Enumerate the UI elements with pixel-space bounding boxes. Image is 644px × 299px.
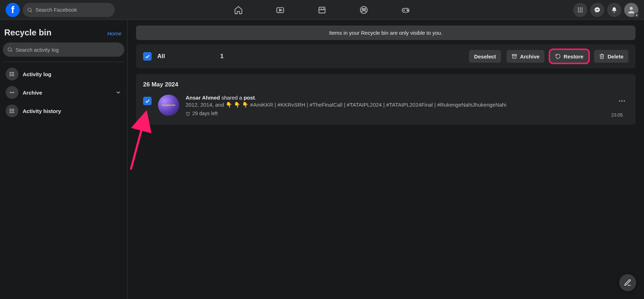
svg-point-33 bbox=[10, 109, 11, 110]
restore-icon bbox=[555, 53, 561, 59]
entry-timestamp: 23:05 bbox=[611, 112, 623, 118]
svg-point-43 bbox=[624, 100, 625, 102]
entry-more-button[interactable] bbox=[616, 95, 628, 107]
entry-time-left: 29 days left bbox=[186, 111, 609, 116]
svg-point-13 bbox=[580, 7, 581, 9]
entry-checkbox[interactable] bbox=[143, 97, 152, 105]
sidebar: Recycle bin Home Activity log Archive bbox=[0, 20, 128, 299]
avatar-icon bbox=[627, 5, 636, 15]
svg-point-4 bbox=[360, 6, 367, 13]
gaming-icon bbox=[401, 5, 410, 15]
topbar-right: ▾ bbox=[573, 3, 638, 17]
button-label: Restore bbox=[564, 53, 583, 60]
svg-point-32 bbox=[13, 92, 14, 93]
svg-point-11 bbox=[407, 10, 408, 11]
svg-point-14 bbox=[582, 7, 583, 9]
list-icon bbox=[6, 105, 18, 117]
select-all-label: All bbox=[157, 53, 165, 60]
dots-icon bbox=[6, 86, 18, 99]
entry-actor: Ansar Ahmed bbox=[186, 95, 220, 101]
svg-point-37 bbox=[10, 112, 11, 113]
divider bbox=[3, 62, 124, 62]
trash-icon bbox=[186, 111, 190, 116]
svg-point-17 bbox=[582, 9, 583, 10]
home-icon bbox=[234, 5, 243, 15]
search-icon bbox=[7, 47, 13, 52]
sidebar-search-input[interactable] bbox=[16, 47, 120, 53]
svg-point-12 bbox=[578, 7, 579, 9]
svg-point-28 bbox=[10, 75, 11, 76]
sidebar-item-archive[interactable]: Archive bbox=[3, 83, 124, 102]
svg-rect-39 bbox=[512, 55, 516, 56]
search-icon bbox=[27, 7, 33, 13]
notifications-button[interactable] bbox=[607, 3, 621, 17]
list-icon bbox=[6, 68, 18, 80]
entry-headline: Ansar Ahmed shared a post. bbox=[186, 95, 609, 101]
compose-fab[interactable] bbox=[619, 274, 636, 291]
delete-button[interactable]: Delete bbox=[594, 50, 628, 63]
restore-button[interactable]: Restore bbox=[550, 50, 588, 63]
global-search[interactable] bbox=[23, 3, 115, 17]
svg-point-20 bbox=[582, 11, 583, 12]
button-label: Deselect bbox=[474, 53, 496, 60]
home-link[interactable]: Home bbox=[107, 30, 122, 36]
svg-point-5 bbox=[362, 9, 363, 10]
page-title: Recycle bin bbox=[4, 28, 51, 38]
bell-icon bbox=[611, 7, 617, 13]
svg-point-35 bbox=[10, 111, 11, 111]
sidebar-search[interactable] bbox=[3, 43, 124, 57]
button-label: Delete bbox=[608, 53, 623, 60]
svg-point-42 bbox=[621, 100, 623, 102]
chevron-down-icon: ▾ bbox=[634, 13, 639, 18]
info-banner: Items in your Recycle bin are only visib… bbox=[136, 26, 635, 40]
svg-point-6 bbox=[364, 9, 366, 10]
svg-point-30 bbox=[10, 92, 11, 93]
svg-line-1 bbox=[31, 11, 32, 12]
nav-video[interactable] bbox=[261, 1, 300, 19]
archive-icon bbox=[512, 53, 517, 59]
chevron-down-icon bbox=[115, 89, 122, 96]
entry-object: post bbox=[244, 95, 255, 101]
center-nav bbox=[219, 0, 425, 20]
messenger-button[interactable] bbox=[590, 3, 604, 17]
deselect-button[interactable]: Deselect bbox=[469, 50, 501, 63]
selected-count: 1 bbox=[220, 53, 224, 60]
svg-point-19 bbox=[580, 11, 581, 12]
archive-button[interactable]: Archive bbox=[507, 50, 544, 63]
sidebar-item-label: Activity log bbox=[23, 71, 51, 77]
recycle-entry: Ansar Ahmed shared a post. 2012, 2014, a… bbox=[143, 95, 628, 116]
action-bar: All 1 Deselect Archive Restore bbox=[136, 44, 635, 68]
svg-point-22 bbox=[8, 48, 11, 51]
nav-home[interactable] bbox=[219, 1, 258, 19]
nav-groups[interactable] bbox=[344, 1, 383, 19]
sidebar-item-label: Archive bbox=[23, 90, 42, 96]
svg-point-15 bbox=[578, 9, 579, 10]
date-header: 26 May 2024 bbox=[143, 81, 628, 88]
svg-point-24 bbox=[10, 72, 11, 73]
compose-icon bbox=[624, 279, 632, 287]
entries-card: 26 May 2024 Ansar Ahmed shared a post. 2… bbox=[136, 74, 635, 125]
entry-avatar[interactable] bbox=[158, 95, 179, 116]
svg-point-31 bbox=[12, 92, 13, 93]
svg-point-0 bbox=[28, 8, 31, 11]
nav-gaming[interactable] bbox=[386, 1, 425, 19]
sidebar-item-activity-history[interactable]: Activity history bbox=[3, 102, 124, 120]
entry-description: 2012, 2014, and 👇 👇 👇 #AmiKKR | #KKRvSRH… bbox=[186, 101, 609, 108]
grid-icon bbox=[577, 7, 583, 13]
dots-icon bbox=[618, 97, 626, 105]
messenger-icon bbox=[594, 7, 600, 13]
svg-point-26 bbox=[10, 74, 11, 74]
main-content: Items in your Recycle bin are only visib… bbox=[128, 20, 644, 299]
menu-button[interactable] bbox=[573, 3, 587, 17]
global-search-input[interactable] bbox=[35, 7, 111, 13]
top-bar: f bbox=[0, 0, 644, 20]
sidebar-item-activity-log[interactable]: Activity log bbox=[3, 65, 124, 83]
select-all-checkbox[interactable] bbox=[143, 52, 152, 61]
nav-marketplace[interactable] bbox=[303, 1, 341, 19]
svg-point-41 bbox=[619, 100, 621, 102]
svg-point-21 bbox=[630, 7, 633, 10]
svg-line-44 bbox=[131, 118, 145, 169]
facebook-logo[interactable]: f bbox=[6, 3, 20, 17]
account-button[interactable]: ▾ bbox=[624, 3, 638, 17]
groups-icon bbox=[359, 5, 368, 15]
